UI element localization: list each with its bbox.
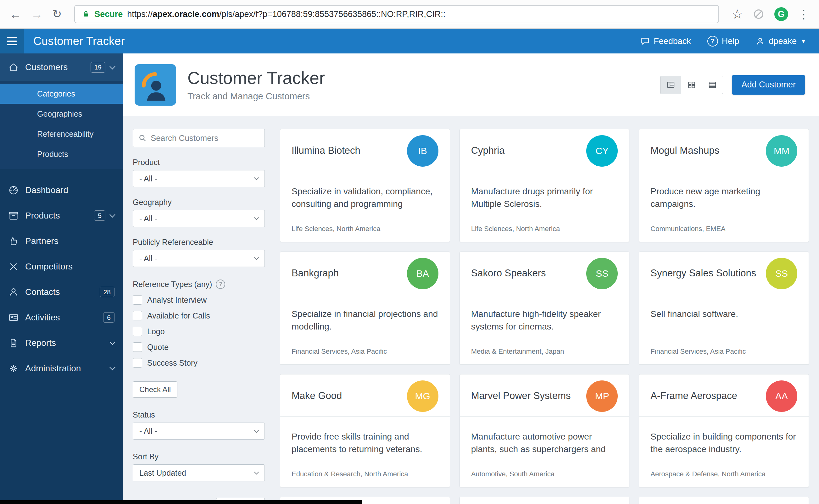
card-head: Sakoro Speakers SS: [460, 252, 629, 294]
sidebar-item-products[interactable]: Products 5: [0, 203, 123, 228]
product-select[interactable]: - All -: [133, 170, 265, 187]
customer-meta: Communications, EMEA: [639, 225, 809, 242]
main: Customer Tracker Track and Manage Custom…: [123, 53, 819, 504]
sidebar-item-products-sub[interactable]: Products: [0, 144, 123, 164]
cards-view-button[interactable]: [661, 76, 681, 94]
sidebar-item-customers[interactable]: Customers 19: [0, 53, 123, 81]
customer-card[interactable]: Sakoro Speakers SS Manufacture high-fide…: [460, 252, 630, 365]
customer-initials: BA: [417, 268, 429, 279]
checkbox-label: Available for Calls: [147, 311, 210, 320]
customer-card[interactable]: Synergy Sales Solutions SS Sell financia…: [639, 252, 809, 365]
referenceable-select-value: - All -: [139, 254, 157, 263]
sidebar-item-partners[interactable]: Partners: [0, 228, 123, 254]
customer-card[interactable]: Marvel Power Systems MP Manufacture auto…: [460, 374, 630, 487]
feedback-button[interactable]: Feedback: [640, 36, 691, 46]
nav-menu-button[interactable]: [0, 29, 24, 53]
customer-meta: Financial Services, Asia Pacific: [280, 347, 450, 364]
sidebar-item-administration[interactable]: Administration: [0, 356, 123, 381]
customer-description: Specialize in building components for th…: [639, 417, 809, 470]
customer-card-partial[interactable]: [639, 497, 809, 504]
customer-description: Specialize in validation, compliance, co…: [280, 171, 450, 225]
window-bottom-edge: [0, 500, 362, 504]
checkbox-label: Analyst Interview: [147, 296, 207, 305]
cards-region: Illumina Biotech IB Specialize in valida…: [280, 129, 809, 504]
quote-checkbox[interactable]: [133, 342, 142, 352]
sidebar-item-categories[interactable]: Categories: [0, 84, 123, 104]
available-for-calls-checkbox[interactable]: [133, 311, 142, 320]
card-head: Illumina Biotech IB: [280, 129, 450, 171]
reference-types-text: Reference Types (any): [133, 280, 212, 289]
sidebar-item-label: Administration: [25, 363, 81, 374]
sidebar-item-activities[interactable]: Activities 6: [0, 305, 123, 330]
customer-name: Bankgraph: [291, 267, 339, 280]
customer-card[interactable]: Cyphria CY Manufacture drugs primarily f…: [460, 129, 630, 242]
customer-card[interactable]: A-Frame Aerospace AA Specialize in build…: [639, 374, 809, 487]
customer-card[interactable]: Illumina Biotech IB Specialize in valida…: [280, 129, 450, 242]
check-all-button[interactable]: Check All: [133, 381, 177, 398]
help-icon[interactable]: ?: [216, 280, 225, 289]
sidebar-item-label: Partners: [25, 236, 58, 246]
url-domain: apex.oracle.com: [152, 9, 219, 19]
competitors-x-icon: [8, 261, 19, 272]
sidebar-item-geographies[interactable]: Geographies: [0, 104, 123, 124]
chevron-down-icon: [109, 364, 115, 370]
success-story-checkbox[interactable]: [133, 358, 142, 368]
sidebar-item-label: Customers: [25, 62, 68, 72]
customer-card[interactable]: Make Good MG Provide free skills trainin…: [280, 374, 450, 487]
help-button[interactable]: ? Help: [707, 36, 739, 47]
back-icon[interactable]: ←: [9, 8, 21, 20]
customer-name: Synergy Sales Solutions: [650, 267, 756, 280]
search-input[interactable]: [151, 133, 259, 143]
geography-select[interactable]: - All -: [133, 210, 265, 227]
bookmark-star-icon[interactable]: ☆: [732, 8, 743, 20]
sidebar-item-contacts[interactable]: Contacts 28: [0, 279, 123, 305]
checkbox-label: Quote: [147, 343, 169, 352]
products-count-badge: 5: [94, 210, 105, 221]
add-customer-button[interactable]: Add Customer: [732, 75, 805, 95]
card-head: Make Good MG: [280, 374, 450, 417]
grammarly-icon[interactable]: G: [774, 7, 788, 21]
address-bar[interactable]: Secure https://apex.oracle.com/pls/apex/…: [74, 5, 719, 23]
app-title: Customer Tracker: [33, 35, 125, 48]
customer-initials: MM: [774, 146, 789, 156]
extension-icon[interactable]: [752, 8, 765, 20]
card-head: Cyphria CY: [460, 129, 629, 171]
referenceable-select[interactable]: - All -: [133, 250, 265, 267]
browser-menu-icon[interactable]: ⋮: [798, 8, 810, 20]
grid-view-button[interactable]: [681, 76, 702, 94]
lock-icon: [82, 10, 90, 18]
customer-description: Manufacture drugs primarily for Multiple…: [460, 171, 629, 225]
reports-icon: [8, 338, 19, 348]
help-label: Help: [722, 36, 739, 46]
customer-card-partial[interactable]: [460, 497, 630, 504]
status-select[interactable]: - All -: [133, 423, 265, 440]
customer-meta: Education & Research, North America: [280, 470, 450, 487]
chevron-down-icon: [254, 175, 259, 180]
sidebar-item-referenceability[interactable]: Referenceability: [0, 124, 123, 144]
products-icon: [8, 210, 19, 221]
customer-avatar: CY: [586, 135, 618, 167]
customer-card[interactable]: Bankgraph BA Specialize in financial pro…: [280, 252, 450, 365]
reload-icon[interactable]: ↻: [52, 8, 62, 20]
header-actions: Feedback ? Help dpeake ▾: [640, 36, 819, 47]
security-label: Secure: [94, 9, 123, 19]
card-head: Bankgraph BA: [280, 252, 450, 294]
customer-card[interactable]: Mogul Mashups MM Produce new age marketi…: [639, 129, 809, 242]
url-text: https://apex.oracle.com/pls/apex/f?p=106…: [127, 9, 446, 19]
sort-label: Sort By: [133, 452, 265, 461]
analyst-interview-checkbox[interactable]: [133, 295, 142, 305]
sort-select[interactable]: Last Updated: [133, 464, 265, 481]
customer-avatar: IB: [407, 135, 439, 167]
table-view-button[interactable]: [702, 76, 723, 94]
sidebar-item-dashboard[interactable]: Dashboard: [0, 177, 123, 203]
subitem-label: Products: [37, 150, 68, 159]
customer-meta: Media & Entertainment, Japan: [460, 347, 629, 364]
logo-checkbox[interactable]: [133, 327, 142, 336]
forward-icon[interactable]: →: [31, 8, 43, 20]
user-menu[interactable]: dpeake ▾: [755, 36, 805, 46]
customer-initials: SS: [596, 268, 608, 279]
sidebar-item-reports[interactable]: Reports: [0, 330, 123, 356]
referenceable-label: Publicly Referenceable: [133, 238, 265, 247]
sidebar-item-competitors[interactable]: Competitors: [0, 254, 123, 279]
customer-meta: Automotive, South America: [460, 470, 629, 487]
